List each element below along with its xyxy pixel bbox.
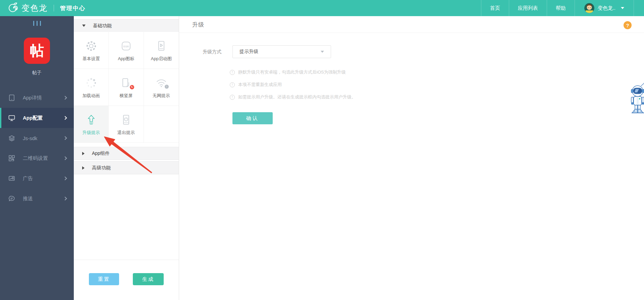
- launch-screen-icon: [155, 39, 168, 53]
- svg-text:icon: icon: [123, 44, 129, 48]
- feature-label: 退出提示: [117, 130, 135, 136]
- chevron-right-icon: [63, 116, 67, 120]
- feature-exit-prompt[interactable]: 退出提示: [109, 106, 144, 143]
- info-icon: !: [230, 82, 235, 87]
- nav-app-list[interactable]: 应用列表: [509, 0, 547, 16]
- panel-divider: [74, 260, 179, 260]
- confirm-button[interactable]: 确认: [232, 112, 273, 124]
- header-end-pad: [634, 0, 644, 16]
- info-icon: !: [230, 95, 235, 100]
- upgrade-mode-select[interactable]: 提示升级: [232, 45, 331, 58]
- brand-block[interactable]: 变色龙: [0, 2, 48, 14]
- chevron-right-icon: [63, 136, 67, 140]
- app-badge[interactable]: 帖: [24, 38, 50, 64]
- nav-help[interactable]: 帮助: [547, 0, 575, 16]
- feature-label: 横竖屏: [119, 93, 132, 99]
- exit-power-icon: [120, 113, 132, 127]
- upgrade-arrow-icon: [85, 113, 98, 127]
- feature-upgrade-prompt[interactable]: 升级提示: [74, 106, 109, 143]
- section-label: App组件: [92, 151, 110, 157]
- generate-button[interactable]: 生成: [133, 273, 164, 285]
- note-row: ! 如需提示用户升级。还请在生成提示框内勾选提示用户升级。: [230, 94, 356, 100]
- chat-bubble-icon: [8, 195, 15, 202]
- note-row: ! 静默升级只有安卓端，勾选此升级方式后iOS为强制升级: [230, 69, 346, 75]
- section-app-components[interactable]: App组件: [74, 147, 179, 160]
- reset-button[interactable]: 重置: [89, 273, 119, 285]
- sidebar-item-app-detail[interactable]: App详情: [0, 88, 74, 108]
- section-label: 基础功能: [93, 23, 112, 29]
- page-title: 升级: [192, 21, 204, 29]
- upgrade-mode-label: 升级方式: [196, 49, 221, 55]
- feature-grid: 基本设置 icon App图标: [74, 32, 179, 143]
- page: 变色龙 管理中心 首页 应用列表 帮助: [0, 0, 644, 300]
- sidebar-item-app-config[interactable]: App配置: [0, 108, 74, 128]
- user-menu[interactable]: 变色龙..: [575, 0, 634, 16]
- feature-label: 基本设置: [83, 56, 100, 62]
- chevron-right-icon: [63, 96, 67, 99]
- feature-basic-settings[interactable]: 基本设置: [74, 32, 109, 69]
- sidebar-item-push[interactable]: 推送: [0, 188, 74, 209]
- sidebar-item-label: App详情: [23, 95, 42, 101]
- screen-rotate-icon: ↻: [120, 76, 132, 90]
- image-icon: [8, 175, 15, 182]
- chevron-down-icon: [621, 7, 624, 9]
- gear-icon: [85, 39, 98, 53]
- help-icon[interactable]: ?: [624, 21, 632, 29]
- sidebar-item-qr-settings[interactable]: 二维码设置: [0, 148, 74, 168]
- alert-badge: !: [165, 85, 169, 89]
- chevron-right-icon: [63, 176, 67, 180]
- tablet-icon: [8, 94, 15, 101]
- nav-home[interactable]: 首页: [481, 0, 509, 16]
- feature-no-network[interactable]: ! 无网提示: [144, 69, 179, 106]
- app-name: 帖子: [0, 70, 74, 76]
- brand-name: 变色龙: [21, 3, 48, 13]
- astronaut-mascot: [628, 81, 644, 118]
- feature-launch-screen[interactable]: App启动图: [144, 32, 179, 69]
- sidebar-item-label: 二维码设置: [23, 155, 48, 162]
- chevron-right-icon: [63, 156, 67, 160]
- chevron-right-icon: [63, 197, 67, 200]
- sidebar-item-label: 推送: [23, 196, 33, 202]
- feature-label: App图标: [118, 56, 134, 62]
- triangle-down-icon: [82, 25, 86, 27]
- sidebar-menu: App详情 App配置 Js-sdk: [0, 88, 74, 209]
- select-value: 提示升级: [239, 49, 258, 55]
- collapse-menu-icon[interactable]: [0, 21, 74, 26]
- feature-label: 加载动画: [83, 93, 100, 99]
- triangle-right-icon: [82, 166, 85, 170]
- main-content: 升级 ? 升级方式 提示升级 ! 静默升级只有安卓端，勾选此升级方式后iOS为强…: [179, 16, 644, 300]
- triangle-right-icon: [82, 152, 85, 155]
- feature-label: 升级提示: [83, 130, 100, 136]
- feature-panel: 基础功能 基本设置 icon App图标: [74, 16, 179, 300]
- feature-cell-empty: [144, 106, 179, 143]
- user-name: 变色龙..: [598, 5, 615, 11]
- app-initial: 帖: [30, 41, 44, 60]
- feature-screen-orientation[interactable]: ↻ 横竖屏: [109, 69, 144, 106]
- section-basic-features[interactable]: 基础功能: [74, 19, 179, 32]
- caret-down-icon: [321, 51, 324, 53]
- note-text: 静默升级只有安卓端，勾选此升级方式后iOS为强制升级: [238, 69, 346, 75]
- sidebar-item-label: 广告: [23, 175, 33, 182]
- header-nav: 首页 应用列表 帮助: [481, 0, 644, 16]
- note-text: 本项不需重新生成应用: [238, 82, 282, 88]
- rotate-badge: ↻: [130, 85, 134, 89]
- section-advanced-features[interactable]: 高级功能: [74, 161, 179, 174]
- feature-loading-animation[interactable]: 加载动画: [74, 69, 109, 106]
- sidebar-item-js-sdk[interactable]: Js-sdk: [0, 128, 74, 148]
- sidebar-item-ads[interactable]: 广告: [0, 168, 74, 188]
- top-header: 变色龙 管理中心 首页 应用列表 帮助: [0, 0, 644, 16]
- header-title: 管理中心: [60, 4, 86, 12]
- feature-label: App启动图: [151, 56, 172, 62]
- app-icon-icon: icon: [120, 39, 132, 53]
- feature-app-icon[interactable]: icon App图标: [109, 32, 144, 69]
- info-icon: !: [230, 70, 235, 75]
- sidebar: 帖 帖子 App详情 App配置: [0, 16, 74, 300]
- chameleon-logo-icon: [7, 2, 19, 14]
- note-text: 如需提示用户升级。还请在生成提示框内勾选提示用户升级。: [238, 94, 356, 100]
- header-divider: [54, 5, 54, 11]
- qr-code-icon: [8, 155, 15, 162]
- title-divider: [179, 33, 644, 33]
- monitor-icon: [8, 114, 15, 122]
- sidebar-item-label: App配置: [23, 115, 43, 121]
- sidebar-item-label: Js-sdk: [23, 135, 37, 141]
